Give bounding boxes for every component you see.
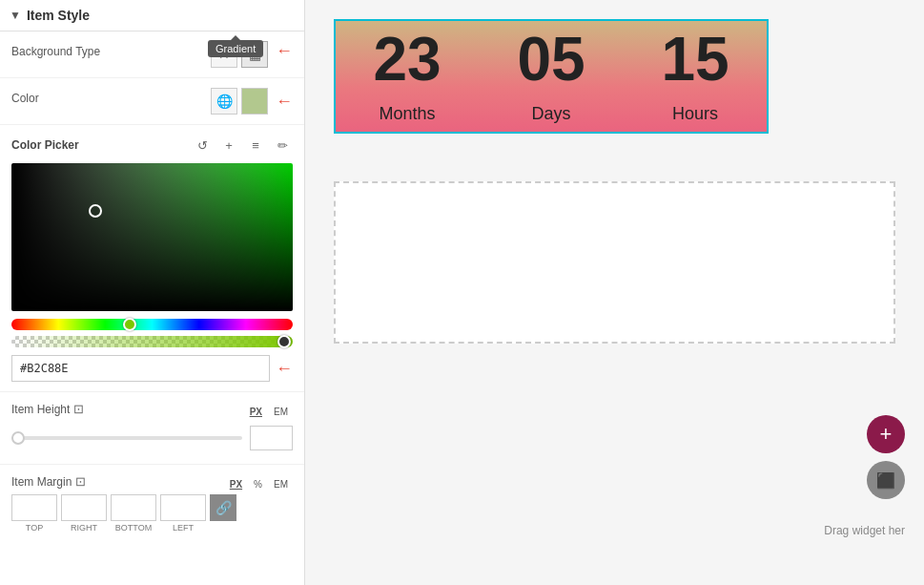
arrow-indicator-bg: ← bbox=[276, 41, 293, 68]
alpha-slider-container bbox=[11, 336, 293, 347]
margin-link-button[interactable]: 🔗 bbox=[210, 494, 236, 521]
countdown-item-months: 23 Months bbox=[334, 19, 479, 134]
countdown-num-months: 23 bbox=[373, 21, 441, 90]
hue-thumb bbox=[123, 318, 136, 331]
height-unit-buttons: PX EM bbox=[245, 405, 293, 419]
drop-zone bbox=[334, 181, 895, 344]
panel-header: ▼ Item Style bbox=[0, 0, 304, 31]
gradient-tooltip: Gradient bbox=[208, 40, 263, 57]
alpha-overlay bbox=[11, 336, 293, 347]
countdown-item-days: 05 Days bbox=[479, 19, 624, 134]
margin-top-input[interactable] bbox=[11, 494, 57, 521]
color-picker-header: Color Picker ↺ + ≡ ✏ bbox=[11, 135, 293, 156]
hue-slider[interactable] bbox=[11, 319, 293, 330]
item-margin-label: Item Margin ⊡ bbox=[11, 474, 86, 489]
panel-collapse-arrow[interactable]: ▼ bbox=[10, 9, 21, 22]
color-picker-section: Color Picker ↺ + ≡ ✏ bbox=[0, 125, 304, 392]
color-picker-title: Color Picker bbox=[11, 138, 192, 152]
margin-unit-px[interactable]: PX bbox=[225, 477, 247, 491]
countdown-label-months: Months bbox=[379, 104, 435, 132]
countdown-label-days: Days bbox=[531, 104, 570, 132]
color-section: Color 🌐 ← bbox=[0, 78, 304, 125]
margin-left-input[interactable] bbox=[160, 494, 206, 521]
color-swatch[interactable] bbox=[241, 88, 268, 115]
margin-labels: TOP RIGHT BOTTOM LEFT bbox=[11, 523, 293, 533]
item-height-section: Item Height ⊡ PX EM bbox=[0, 392, 304, 465]
margin-label-bottom: BOTTOM bbox=[111, 523, 156, 533]
picker-list-button[interactable]: ≡ bbox=[245, 135, 266, 156]
hex-input[interactable] bbox=[11, 355, 270, 382]
margin-inputs: 🔗 bbox=[11, 494, 293, 521]
countdown-item-hours: 15 Hours bbox=[624, 19, 769, 134]
height-unit-em[interactable]: EM bbox=[269, 405, 293, 419]
countdown-widget: 23 Months 05 Days 15 Hours bbox=[334, 19, 769, 134]
margin-label-top: TOP bbox=[11, 523, 57, 533]
arrow-indicator-color: ← bbox=[276, 92, 293, 112]
drag-label: Drag widget her bbox=[824, 524, 905, 537]
color-controls: 🌐 ← bbox=[211, 88, 293, 115]
hex-input-row: ← bbox=[11, 355, 293, 382]
color-global-button[interactable]: 🌐 bbox=[211, 88, 237, 115]
picker-reset-button[interactable]: ↺ bbox=[192, 135, 213, 156]
item-margin-header: Item Margin ⊡ PX % EM bbox=[11, 474, 293, 494]
fab-add-button[interactable]: + bbox=[867, 415, 905, 453]
margin-unit-buttons: PX % EM bbox=[225, 477, 293, 491]
margin-responsive-icon: ⊡ bbox=[75, 474, 86, 489]
alpha-thumb bbox=[277, 335, 291, 348]
picker-add-button[interactable]: + bbox=[218, 135, 239, 156]
gradient-bg bbox=[11, 163, 293, 311]
margin-unit-em[interactable]: EM bbox=[269, 477, 293, 491]
height-input[interactable] bbox=[250, 426, 293, 450]
panel-title: Item Style bbox=[27, 8, 90, 23]
height-range-slider[interactable] bbox=[11, 436, 242, 440]
margin-unit-percent[interactable]: % bbox=[249, 477, 267, 491]
fab-container: + ⬛ bbox=[867, 415, 905, 499]
item-margin-section: Item Margin ⊡ PX % EM 🔗 TOP RIGHT BOTTOM… bbox=[0, 465, 304, 542]
margin-right-input[interactable] bbox=[61, 494, 107, 521]
right-panel: 23 Months 05 Days 15 Hours + ⬛ Drag widg… bbox=[305, 0, 924, 585]
item-height-header: Item Height ⊡ PX EM bbox=[11, 402, 293, 422]
color-row: Color 🌐 ← bbox=[11, 88, 293, 115]
alpha-slider[interactable] bbox=[11, 336, 293, 347]
color-label: Color bbox=[11, 92, 39, 105]
left-panel: ▼ Item Style Gradient Background Type ✕ … bbox=[0, 0, 305, 585]
countdown-label-hours: Hours bbox=[672, 104, 718, 132]
picker-icon-buttons: ↺ + ≡ ✏ bbox=[192, 135, 293, 156]
item-height-label: Item Height ⊡ bbox=[11, 402, 84, 416]
picker-eyedropper-button[interactable]: ✏ bbox=[272, 135, 293, 156]
height-unit-px[interactable]: PX bbox=[245, 405, 267, 419]
fab-settings-button[interactable]: ⬛ bbox=[867, 461, 905, 499]
hex-arrow-indicator: ← bbox=[276, 359, 293, 379]
margin-label-right: RIGHT bbox=[61, 523, 107, 533]
hue-slider-container bbox=[11, 319, 293, 330]
countdown-num-days: 05 bbox=[517, 21, 585, 90]
background-type-label: Background Type bbox=[11, 45, 100, 58]
countdown-num-hours: 15 bbox=[661, 21, 729, 90]
responsive-icon: ⊡ bbox=[73, 402, 84, 416]
margin-bottom-input[interactable] bbox=[111, 494, 156, 521]
margin-label-left: LEFT bbox=[160, 523, 206, 533]
color-gradient-canvas[interactable] bbox=[11, 163, 293, 311]
height-slider-row bbox=[11, 426, 293, 450]
